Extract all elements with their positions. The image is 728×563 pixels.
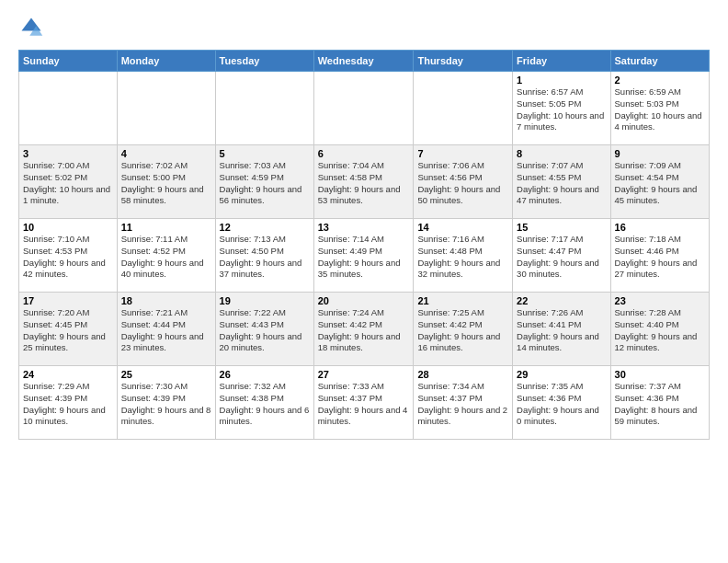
day-number: 21 <box>417 295 508 306</box>
weekday-header: Friday <box>513 51 610 72</box>
day-number: 30 <box>615 369 705 380</box>
calendar-cell: 7Sunrise: 7:06 AM Sunset: 4:56 PM Daylig… <box>414 145 513 219</box>
calendar-cell: 27Sunrise: 7:33 AM Sunset: 4:37 PM Dayli… <box>313 366 414 440</box>
calendar-cell: 23Sunrise: 7:28 AM Sunset: 4:40 PM Dayli… <box>610 293 709 366</box>
calendar-cell <box>117 72 215 145</box>
calendar-cell: 21Sunrise: 7:25 AM Sunset: 4:42 PM Dayli… <box>414 293 513 366</box>
calendar-cell: 14Sunrise: 7:16 AM Sunset: 4:48 PM Dayli… <box>414 219 513 293</box>
day-number: 23 <box>615 295 705 306</box>
calendar-cell: 15Sunrise: 7:17 AM Sunset: 4:47 PM Dayli… <box>513 219 610 293</box>
day-info: Sunrise: 7:03 AM Sunset: 4:59 PM Dayligh… <box>220 160 310 207</box>
day-info: Sunrise: 7:34 AM Sunset: 4:37 PM Dayligh… <box>417 381 508 428</box>
day-info: Sunrise: 7:07 AM Sunset: 4:55 PM Dayligh… <box>517 160 606 207</box>
calendar-cell: 18Sunrise: 7:21 AM Sunset: 4:44 PM Dayli… <box>117 293 215 366</box>
day-number: 27 <box>318 369 410 380</box>
calendar-cell: 16Sunrise: 7:18 AM Sunset: 4:46 PM Dayli… <box>610 219 709 293</box>
day-info: Sunrise: 7:21 AM Sunset: 4:44 PM Dayligh… <box>121 307 211 354</box>
day-info: Sunrise: 7:06 AM Sunset: 4:56 PM Dayligh… <box>417 160 508 207</box>
day-info: Sunrise: 7:00 AM Sunset: 5:02 PM Dayligh… <box>23 160 113 207</box>
day-number: 5 <box>220 148 310 159</box>
weekday-header: Monday <box>117 51 215 72</box>
day-info: Sunrise: 7:28 AM Sunset: 4:40 PM Dayligh… <box>615 307 705 354</box>
day-number: 4 <box>121 148 211 159</box>
calendar-cell: 12Sunrise: 7:13 AM Sunset: 4:50 PM Dayli… <box>215 219 313 293</box>
day-number: 3 <box>23 148 113 159</box>
calendar-cell <box>414 72 513 145</box>
calendar-cell: 1Sunrise: 6:57 AM Sunset: 5:05 PM Daylig… <box>513 72 610 145</box>
calendar-cell: 8Sunrise: 7:07 AM Sunset: 4:55 PM Daylig… <box>513 145 610 219</box>
day-info: Sunrise: 7:25 AM Sunset: 4:42 PM Dayligh… <box>417 307 508 354</box>
day-number: 29 <box>517 369 606 380</box>
weekday-header: Sunday <box>19 51 118 72</box>
day-info: Sunrise: 7:13 AM Sunset: 4:50 PM Dayligh… <box>220 234 310 281</box>
day-number: 16 <box>615 222 705 233</box>
header <box>18 15 710 40</box>
logo-icon <box>18 15 44 40</box>
calendar-cell: 22Sunrise: 7:26 AM Sunset: 4:41 PM Dayli… <box>513 293 610 366</box>
calendar-cell: 3Sunrise: 7:00 AM Sunset: 5:02 PM Daylig… <box>19 145 118 219</box>
day-number: 7 <box>417 148 508 159</box>
day-info: Sunrise: 7:24 AM Sunset: 4:42 PM Dayligh… <box>318 307 410 354</box>
day-info: Sunrise: 7:35 AM Sunset: 4:36 PM Dayligh… <box>517 381 606 428</box>
day-info: Sunrise: 7:09 AM Sunset: 4:54 PM Dayligh… <box>615 160 705 207</box>
day-number: 2 <box>615 75 705 86</box>
calendar-cell: 11Sunrise: 7:11 AM Sunset: 4:52 PM Dayli… <box>117 219 215 293</box>
day-number: 9 <box>615 148 705 159</box>
calendar-cell: 17Sunrise: 7:20 AM Sunset: 4:45 PM Dayli… <box>19 293 118 366</box>
calendar-cell: 28Sunrise: 7:34 AM Sunset: 4:37 PM Dayli… <box>414 366 513 440</box>
day-info: Sunrise: 7:20 AM Sunset: 4:45 PM Dayligh… <box>23 307 113 354</box>
calendar-cell: 9Sunrise: 7:09 AM Sunset: 4:54 PM Daylig… <box>610 145 709 219</box>
day-info: Sunrise: 7:26 AM Sunset: 4:41 PM Dayligh… <box>517 307 606 354</box>
day-info: Sunrise: 7:11 AM Sunset: 4:52 PM Dayligh… <box>121 234 211 281</box>
day-info: Sunrise: 7:30 AM Sunset: 4:39 PM Dayligh… <box>121 381 211 428</box>
logo <box>18 15 48 40</box>
day-number: 26 <box>220 369 310 380</box>
calendar-cell: 26Sunrise: 7:32 AM Sunset: 4:38 PM Dayli… <box>215 366 313 440</box>
day-number: 17 <box>23 295 113 306</box>
day-info: Sunrise: 7:04 AM Sunset: 4:58 PM Dayligh… <box>318 160 410 207</box>
day-info: Sunrise: 7:29 AM Sunset: 4:39 PM Dayligh… <box>23 381 113 428</box>
calendar-cell <box>19 72 118 145</box>
calendar-cell: 29Sunrise: 7:35 AM Sunset: 4:36 PM Dayli… <box>513 366 610 440</box>
calendar-cell <box>313 72 414 145</box>
calendar-cell: 25Sunrise: 7:30 AM Sunset: 4:39 PM Dayli… <box>117 366 215 440</box>
day-number: 12 <box>220 222 310 233</box>
day-info: Sunrise: 7:33 AM Sunset: 4:37 PM Dayligh… <box>318 381 410 428</box>
calendar-cell: 4Sunrise: 7:02 AM Sunset: 5:00 PM Daylig… <box>117 145 215 219</box>
calendar-cell: 19Sunrise: 7:22 AM Sunset: 4:43 PM Dayli… <box>215 293 313 366</box>
day-info: Sunrise: 6:59 AM Sunset: 5:03 PM Dayligh… <box>615 86 705 133</box>
day-info: Sunrise: 7:17 AM Sunset: 4:47 PM Dayligh… <box>517 234 606 281</box>
day-number: 24 <box>23 369 113 380</box>
calendar-cell: 10Sunrise: 7:10 AM Sunset: 4:53 PM Dayli… <box>19 219 118 293</box>
page: SundayMondayTuesdayWednesdayThursdayFrid… <box>0 0 728 563</box>
day-number: 15 <box>517 222 606 233</box>
day-info: Sunrise: 6:57 AM Sunset: 5:05 PM Dayligh… <box>517 86 606 133</box>
day-number: 28 <box>417 369 508 380</box>
day-number: 8 <box>517 148 606 159</box>
calendar-cell: 2Sunrise: 6:59 AM Sunset: 5:03 PM Daylig… <box>610 72 709 145</box>
day-info: Sunrise: 7:37 AM Sunset: 4:36 PM Dayligh… <box>615 381 705 428</box>
weekday-header: Thursday <box>414 51 513 72</box>
weekday-header: Wednesday <box>313 51 414 72</box>
calendar: SundayMondayTuesdayWednesdayThursdayFrid… <box>18 50 710 440</box>
calendar-cell: 5Sunrise: 7:03 AM Sunset: 4:59 PM Daylig… <box>215 145 313 219</box>
day-number: 19 <box>220 295 310 306</box>
day-number: 22 <box>517 295 606 306</box>
weekday-header: Saturday <box>610 51 709 72</box>
day-number: 20 <box>318 295 410 306</box>
day-number: 10 <box>23 222 113 233</box>
weekday-header: Tuesday <box>215 51 313 72</box>
calendar-cell: 13Sunrise: 7:14 AM Sunset: 4:49 PM Dayli… <box>313 219 414 293</box>
day-number: 13 <box>318 222 410 233</box>
day-info: Sunrise: 7:18 AM Sunset: 4:46 PM Dayligh… <box>615 234 705 281</box>
day-info: Sunrise: 7:02 AM Sunset: 5:00 PM Dayligh… <box>121 160 211 207</box>
day-number: 11 <box>121 222 211 233</box>
day-info: Sunrise: 7:14 AM Sunset: 4:49 PM Dayligh… <box>318 234 410 281</box>
day-number: 1 <box>517 75 606 86</box>
calendar-cell: 6Sunrise: 7:04 AM Sunset: 4:58 PM Daylig… <box>313 145 414 219</box>
calendar-cell: 30Sunrise: 7:37 AM Sunset: 4:36 PM Dayli… <box>610 366 709 440</box>
day-info: Sunrise: 7:10 AM Sunset: 4:53 PM Dayligh… <box>23 234 113 281</box>
day-info: Sunrise: 7:32 AM Sunset: 4:38 PM Dayligh… <box>220 381 310 428</box>
calendar-cell: 24Sunrise: 7:29 AM Sunset: 4:39 PM Dayli… <box>19 366 118 440</box>
day-number: 18 <box>121 295 211 306</box>
